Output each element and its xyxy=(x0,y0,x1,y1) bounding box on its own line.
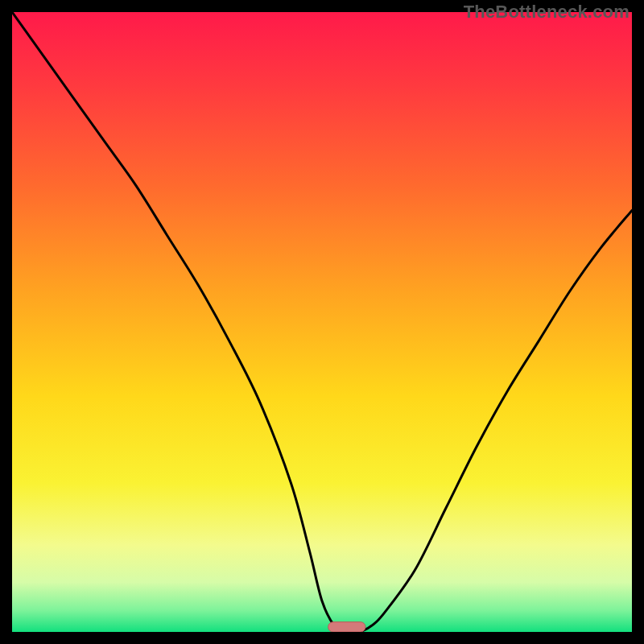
chart-frame xyxy=(12,12,632,632)
watermark-text: TheBottleneck.com xyxy=(464,2,630,23)
bottleneck-chart xyxy=(12,12,632,632)
gradient-background xyxy=(12,12,632,632)
optimal-marker xyxy=(328,622,365,632)
